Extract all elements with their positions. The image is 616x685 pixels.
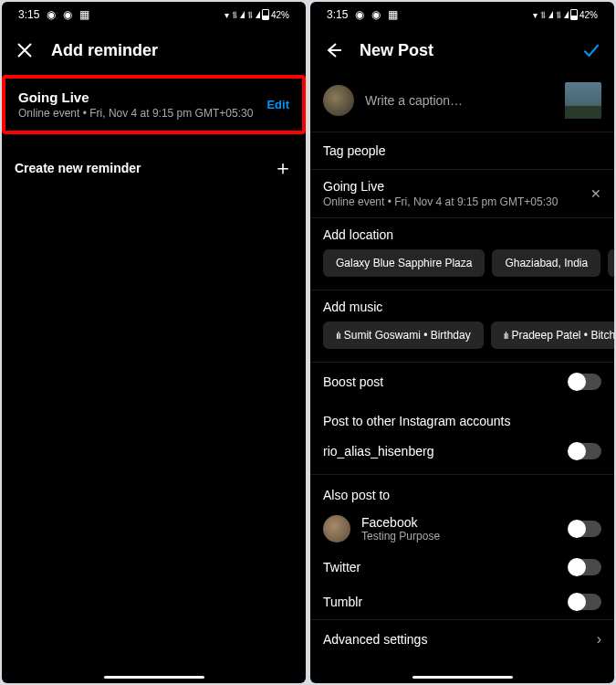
highlighted-reminder: Going Live Online event • Fri, Nov 4 at …	[2, 75, 306, 134]
reddit-icon: ◉	[47, 8, 56, 21]
caption-row: Write a caption…	[310, 77, 614, 132]
twitter-row: Twitter	[310, 550, 614, 585]
phone-new-post: 3:15 ◉ ◉ ▦ ▾ ⥮ ⥮ 42% New Post Write a ca…	[310, 2, 614, 683]
status-bar: 3:15 ◉ ◉ ▦ ▾ ⥮ ⥮ 42%	[2, 2, 306, 27]
volte-icon-2: ⥮	[246, 10, 254, 20]
wifi-icon: ▾	[533, 10, 538, 20]
music-bars-icon: ılı	[504, 331, 508, 341]
confirm-check-icon[interactable]	[581, 40, 601, 60]
battery-percent: 42%	[271, 10, 289, 20]
status-time: 3:15	[327, 8, 348, 21]
location-chip[interactable]: Noida E	[608, 249, 614, 277]
also-post-label: Also post to	[310, 474, 614, 508]
post-other-label: Post to other Instagram accounts	[310, 401, 614, 434]
location-chips: Galaxy Blue Sapphire Plaza Ghaziabad, In…	[310, 249, 614, 290]
music-chips: ılıSumit Goswami • Birthday ılıPradeep P…	[310, 321, 614, 362]
reminder-card[interactable]: Going Live Online event • Fri, Nov 4 at …	[5, 79, 302, 131]
battery-percent: 42%	[579, 10, 598, 20]
calendar-icon: ▦	[388, 8, 398, 21]
location-chip[interactable]: Ghaziabad, India	[492, 249, 600, 277]
music-chip[interactable]: ılıSumit Goswami • Birthday	[323, 321, 484, 349]
boost-toggle[interactable]	[569, 374, 601, 390]
tumblr-row: Tumblr	[310, 585, 614, 619]
music-chip[interactable]: ılıPradeep Patel • Bitch I'm Back	[491, 321, 614, 349]
facebook-avatar	[323, 515, 350, 543]
signal-icon-2	[256, 11, 260, 18]
reminder-subtitle: Online event • Fri, Nov 4 at 9:15 pm GMT…	[18, 107, 253, 120]
tag-people-label: Tag people	[323, 143, 386, 158]
signal-icon-1	[548, 11, 553, 18]
account-toggle[interactable]	[569, 443, 601, 459]
remove-reminder-icon[interactable]: ✕	[590, 186, 601, 201]
home-indicator[interactable]	[412, 676, 513, 679]
add-music-label[interactable]: Add music	[310, 290, 614, 321]
screen-title: Add reminder	[51, 41, 293, 60]
account-row: rio_alias_hisenberg	[310, 434, 614, 469]
battery-icon	[570, 9, 578, 20]
reminder-block[interactable]: Going Live Online event • Fri, Nov 4 at …	[310, 169, 614, 217]
signal-icon-1	[240, 11, 245, 18]
account-name: rio_alias_hisenberg	[323, 444, 433, 458]
volte-icon: ⥮	[539, 10, 547, 20]
plus-icon: ＋	[273, 154, 293, 182]
create-reminder-label: Create new reminder	[15, 161, 141, 175]
facebook-row: Facebook Testing Purpose	[310, 508, 614, 550]
signal-icon-2	[564, 11, 569, 18]
twitter-label: Twitter	[323, 560, 360, 574]
tag-people-row[interactable]: Tag people	[310, 132, 614, 169]
add-location-label[interactable]: Add location	[310, 217, 614, 249]
volte-icon: ⥮	[231, 10, 238, 20]
wifi-icon: ▾	[224, 10, 229, 20]
reddit-icon-2: ◉	[371, 8, 381, 21]
status-bar: 3:15 ◉ ◉ ▦ ▾ ⥮ ⥮ 42%	[310, 2, 614, 27]
reddit-icon: ◉	[355, 8, 364, 21]
home-indicator[interactable]	[104, 676, 204, 679]
calendar-icon: ▦	[79, 8, 89, 21]
reminder-title: Going Live	[18, 90, 253, 105]
phone-add-reminder: 3:15 ◉ ◉ ▦ ▾ ⥮ ⥮ 42% Add reminder Going …	[2, 2, 306, 683]
tumblr-label: Tumblr	[323, 595, 362, 609]
reminder-title: Going Live	[323, 179, 558, 194]
app-bar: Add reminder	[2, 27, 306, 77]
post-thumbnail[interactable]	[565, 82, 601, 119]
edit-link[interactable]: Edit	[266, 98, 289, 111]
music-bars-icon: ılı	[336, 331, 340, 341]
advanced-settings-row[interactable]: Advanced settings ›	[310, 619, 614, 659]
facebook-toggle[interactable]	[569, 521, 601, 537]
boost-post-row: Boost post	[310, 362, 614, 401]
reddit-icon-2: ◉	[63, 8, 72, 21]
boost-label: Boost post	[323, 374, 383, 389]
tumblr-toggle[interactable]	[569, 594, 601, 610]
battery-icon	[262, 9, 269, 20]
screen-title: New Post	[360, 41, 565, 60]
app-bar: New Post	[310, 27, 614, 77]
caption-input[interactable]: Write a caption…	[365, 93, 554, 108]
chevron-right-icon: ›	[597, 631, 601, 648]
facebook-name: Facebook	[361, 515, 558, 530]
twitter-toggle[interactable]	[569, 559, 601, 575]
close-icon[interactable]	[15, 40, 35, 60]
reminder-subtitle: Online event • Fri, Nov 4 at 9:15 pm GMT…	[323, 195, 558, 208]
facebook-sub: Testing Purpose	[361, 530, 558, 543]
back-icon[interactable]	[323, 40, 343, 60]
volte-icon-2: ⥮	[555, 10, 562, 20]
advanced-label: Advanced settings	[323, 632, 427, 647]
avatar	[323, 85, 354, 116]
location-chip[interactable]: Galaxy Blue Sapphire Plaza	[323, 249, 485, 277]
status-time: 3:15	[18, 8, 39, 21]
create-reminder-row[interactable]: Create new reminder ＋	[2, 140, 306, 196]
